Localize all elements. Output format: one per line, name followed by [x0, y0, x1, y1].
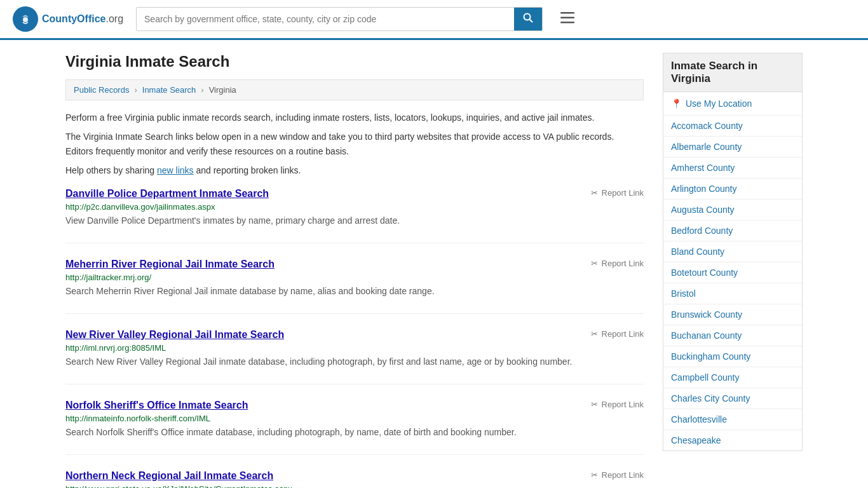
svg-line-3: [530, 20, 533, 23]
logo-icon: [13, 6, 38, 32]
svg-point-2: [524, 14, 531, 20]
new-links[interactable]: new links: [157, 165, 194, 175]
result-desc-2: Search New River Valley Regional Jail in…: [65, 355, 644, 369]
report-link-0[interactable]: ✂ Report Link: [591, 188, 644, 198]
sidebar-link-13[interactable]: Charles City County: [663, 388, 802, 409]
scissors-icon-1: ✂: [591, 259, 598, 268]
report-link-label-2: Report Link: [602, 329, 644, 339]
svg-rect-6: [560, 22, 574, 24]
report-link-1[interactable]: ✂ Report Link: [591, 259, 644, 268]
result-desc-1: Search Meherrin River Regional Jail inma…: [65, 285, 644, 298]
scissors-icon-3: ✂: [591, 400, 598, 409]
result-title-1[interactable]: Meherrin River Regional Jail Inmate Sear…: [65, 259, 275, 270]
result-title-4[interactable]: Northern Neck Regional Jail Inmate Searc…: [65, 470, 273, 482]
breadcrumb: Public Records › Inmate Search › Virgini…: [65, 79, 644, 100]
search-bar: [136, 7, 543, 31]
report-link-2[interactable]: ✂ Report Link: [591, 329, 644, 339]
svg-rect-4: [560, 12, 574, 14]
result-item: Northern Neck Regional Jail Inmate Searc…: [65, 470, 644, 488]
use-location-link[interactable]: Use My Location: [686, 98, 752, 109]
location-icon: 📍: [671, 98, 682, 109]
report-link-4[interactable]: ✂ Report Link: [591, 470, 644, 480]
result-item: Norfolk Sheriff's Office Inmate Search ✂…: [65, 400, 644, 455]
sidebar-link-11[interactable]: Buckingham County: [663, 346, 802, 367]
report-link-label-1: Report Link: [602, 259, 644, 268]
sidebar-link-15[interactable]: Chesapeake: [663, 430, 802, 451]
sidebar-link-7[interactable]: Botetourt County: [663, 262, 802, 283]
main-container: Virginia Inmate Search Public Records › …: [53, 40, 815, 488]
breadcrumb-public-records[interactable]: Public Records: [74, 85, 129, 95]
sidebar: Inmate Search in Virginia 📍 Use My Locat…: [663, 53, 803, 488]
result-url-3: http://inmateinfo.norfolk-sheriff.com/IM…: [65, 414, 644, 423]
sidebar-link-3[interactable]: Arlington County: [663, 179, 802, 200]
report-link-label-0: Report Link: [602, 188, 644, 198]
result-url-4: http://www.nnrj.state.va.us/XJailWebSite…: [65, 484, 644, 488]
result-url-1: http://jailtracker.mrj.org/: [65, 273, 644, 282]
desc-para2: The Virginia Inmate Search links below o…: [65, 130, 644, 158]
result-url-2: http://iml.nrvrj.org:8085/IML: [65, 343, 644, 353]
sidebar-links: Accomack CountyAlbemarle CountyAmherst C…: [663, 116, 802, 451]
content-area: Virginia Inmate Search Public Records › …: [65, 53, 644, 488]
result-header: New River Valley Regional Jail Inmate Se…: [65, 329, 644, 341]
scissors-icon-0: ✂: [591, 188, 598, 198]
result-header: Danville Police Department Inmate Search…: [65, 188, 644, 200]
breadcrumb-current: Virginia: [209, 85, 236, 95]
logo[interactable]: CountyOffice.org: [13, 6, 123, 32]
page-title: Virginia Inmate Search: [65, 53, 644, 71]
sidebar-link-14[interactable]: Charlottesville: [663, 409, 802, 430]
breadcrumb-inmate-search[interactable]: Inmate Search: [142, 85, 196, 95]
svg-rect-5: [560, 17, 574, 19]
results-list: Danville Police Department Inmate Search…: [65, 188, 644, 488]
sidebar-link-10[interactable]: Buchanan County: [663, 325, 802, 346]
scissors-icon-2: ✂: [591, 329, 598, 339]
result-title-2[interactable]: New River Valley Regional Jail Inmate Se…: [65, 329, 284, 341]
result-desc-3: Search Norfolk Sheriff's Office inmate d…: [65, 426, 644, 439]
scissors-icon-4: ✂: [591, 470, 598, 480]
description: Perform a free Virginia public inmate re…: [65, 111, 644, 178]
result-header: Meherrin River Regional Jail Inmate Sear…: [65, 259, 644, 270]
result-header: Norfolk Sheriff's Office Inmate Search ✂…: [65, 400, 644, 411]
sidebar-link-0[interactable]: Accomack County: [663, 116, 802, 137]
report-link-3[interactable]: ✂ Report Link: [591, 400, 644, 409]
sidebar-link-2[interactable]: Amherst County: [663, 158, 802, 179]
sidebar-link-6[interactable]: Bland County: [663, 241, 802, 262]
search-input[interactable]: [137, 8, 514, 30]
report-link-label-3: Report Link: [602, 400, 644, 409]
report-link-label-4: Report Link: [602, 470, 644, 480]
result-desc-0: View Danville Police Department's inmate…: [65, 214, 644, 227]
result-title-0[interactable]: Danville Police Department Inmate Search: [65, 188, 269, 200]
sidebar-link-4[interactable]: Augusta County: [663, 200, 802, 220]
sidebar-link-5[interactable]: Bedford County: [663, 220, 802, 241]
sidebar-link-12[interactable]: Campbell County: [663, 367, 802, 388]
svg-point-1: [23, 17, 28, 22]
sidebar-title: Inmate Search in Virginia: [663, 53, 803, 92]
menu-button[interactable]: [555, 8, 580, 30]
sidebar-link-1[interactable]: Albemarle County: [663, 137, 802, 158]
sidebar-content: 📍 Use My Location Accomack CountyAlbemar…: [663, 92, 803, 451]
result-title-3[interactable]: Norfolk Sheriff's Office Inmate Search: [65, 400, 248, 411]
sidebar-link-9[interactable]: Brunswick County: [663, 304, 802, 325]
search-button[interactable]: [514, 8, 542, 30]
result-header: Northern Neck Regional Jail Inmate Searc…: [65, 470, 644, 482]
desc-para1: Perform a free Virginia public inmate re…: [65, 111, 644, 125]
result-url-0: http://p2c.danvilleva.gov/jailinmates.as…: [65, 202, 644, 212]
use-location[interactable]: 📍 Use My Location: [663, 92, 802, 116]
result-item: Meherrin River Regional Jail Inmate Sear…: [65, 259, 644, 314]
logo-text: CountyOffice.org: [42, 13, 123, 25]
result-item: Danville Police Department Inmate Search…: [65, 188, 644, 243]
result-item: New River Valley Regional Jail Inmate Se…: [65, 329, 644, 384]
site-header: CountyOffice.org: [0, 0, 868, 40]
sidebar-link-8[interactable]: Bristol: [663, 283, 802, 304]
desc-para3: Help others by sharing new links and rep…: [65, 163, 644, 177]
